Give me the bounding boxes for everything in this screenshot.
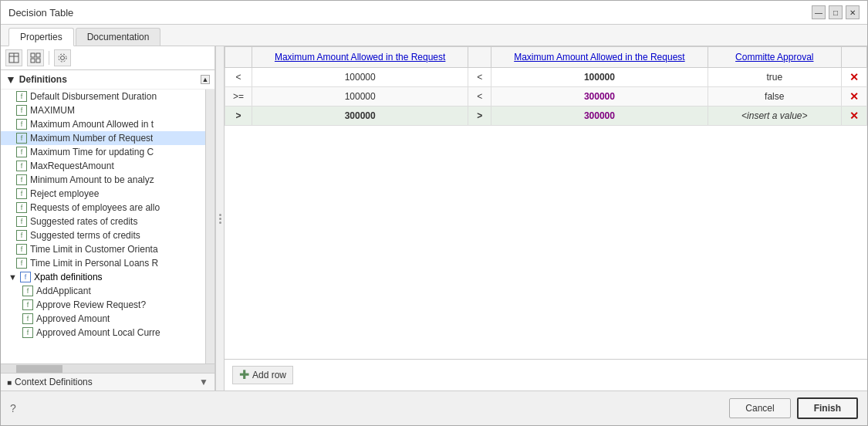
col-header-op2 — [468, 47, 491, 68]
item-label: Approved Amount Local Curre — [36, 327, 160, 338]
list-item[interactable]: f Approve Review Request? — [1, 298, 205, 312]
definition-icon: f — [16, 105, 27, 116]
svg-rect-3 — [31, 53, 35, 57]
definition-icon: f — [16, 258, 27, 269]
close-button[interactable]: ✕ — [846, 5, 860, 19]
list-item[interactable]: f Minimum Amount to be analyz — [1, 173, 205, 187]
item-label: Minimum Amount to be analyz — [30, 174, 154, 185]
definition-icon: f — [22, 327, 33, 338]
xpath-group[interactable]: ▼ f Xpath definitions — [1, 270, 205, 284]
list-item[interactable]: f Approved Amount Local Curre — [1, 326, 205, 340]
cell-val2: 100000 — [491, 68, 708, 87]
definition-icon: f — [22, 299, 33, 310]
item-label: Requests of employees are allo — [30, 202, 160, 213]
list-item[interactable]: f Maximum Number of Request — [1, 131, 205, 145]
item-label: Approved Amount — [36, 313, 110, 324]
cell-op2: > — [468, 106, 491, 126]
cell-val1: 100000 — [252, 87, 468, 106]
grid-icon-button[interactable] — [27, 49, 44, 66]
tab-properties[interactable]: Properties — [8, 28, 74, 46]
add-row-label: Add row — [252, 370, 286, 380]
cell-approval: true — [708, 68, 841, 87]
definition-icon: f — [16, 216, 27, 227]
settings-icon-button[interactable] — [54, 49, 71, 66]
gear-icon — [57, 52, 68, 63]
tab-documentation[interactable]: Documentation — [76, 28, 161, 46]
panel-splitter[interactable] — [215, 46, 225, 390]
list-item[interactable]: f AddApplicant — [1, 284, 205, 298]
delete-row-button[interactable]: ✕ — [849, 90, 859, 103]
table-icon — [8, 52, 19, 63]
list-item[interactable]: f Reject employee — [1, 187, 205, 201]
list-item[interactable]: f MaxRequestAmount — [1, 159, 205, 173]
finish-button[interactable]: Finish — [797, 397, 858, 419]
title-bar: Decision Table — □ ✕ — [1, 1, 867, 25]
add-row-button[interactable]: ✚ Add row — [232, 366, 293, 384]
decision-table: Maximum Amount Allowed in the Request Ma… — [225, 46, 867, 126]
cell-op2: < — [468, 68, 491, 87]
cell-delete: ✕ — [842, 87, 867, 106]
list-item[interactable]: f Default Disbursement Duration — [1, 90, 205, 103]
context-def-expand-icon[interactable]: ▼ — [199, 377, 208, 387]
list-item[interactable]: f Time Limit in Customer Orienta — [1, 242, 205, 256]
right-panel: Maximum Amount Allowed in the Request Ma… — [225, 46, 867, 390]
definition-icon: f — [16, 161, 27, 171]
list-item[interactable]: f Time Limit in Personal Loans R — [1, 256, 205, 270]
list-item[interactable]: f Suggested terms of credits — [1, 228, 205, 242]
list-item[interactable]: f Suggested rates of credits — [1, 215, 205, 228]
scrollbar-thumb — [16, 365, 62, 373]
item-label: Maximum Amount Allowed in t — [30, 119, 154, 130]
col-header-val1[interactable]: Maximum Amount Allowed in the Request — [252, 47, 468, 68]
col-header-link-1[interactable]: Maximum Amount Allowed in the Request — [275, 52, 445, 63]
cell-delete: ✕ — [842, 106, 867, 126]
minimize-button[interactable]: — — [812, 5, 826, 19]
xpath-group-icon: f — [20, 272, 31, 282]
delete-row-button[interactable]: ✕ — [849, 71, 859, 83]
list-item[interactable]: f MAXIMUM — [1, 103, 205, 117]
window-title: Decision Table — [8, 7, 73, 19]
window-controls: — □ ✕ — [812, 5, 860, 19]
tree-header-label: Definitions — [19, 74, 67, 85]
left-toolbar — [1, 46, 214, 70]
tree-scroll-wrapper: f Default Disbursement Duration f MAXIMU… — [1, 90, 214, 363]
list-item[interactable]: f Approved Amount — [1, 312, 205, 326]
col-header-link-3[interactable]: Committe Approval — [735, 52, 813, 63]
delete-row-button[interactable]: ✕ — [849, 110, 859, 122]
col-header-approve[interactable]: Committe Approval — [708, 47, 841, 68]
cell-approval[interactable]: <insert a value> — [708, 106, 841, 126]
definition-icon: f — [16, 133, 27, 144]
toolbar-divider — [49, 51, 49, 65]
definition-icon: f — [22, 286, 33, 296]
context-def-label: Context Definitions — [15, 377, 93, 387]
cell-val2: 300000 — [491, 87, 708, 106]
tree-collapse-icon[interactable]: ▼ — [5, 73, 16, 86]
scroll-up-button[interactable]: ▲ — [201, 75, 210, 84]
definition-icon: f — [16, 174, 27, 185]
definition-icon: f — [16, 188, 27, 199]
tree-scrollbar[interactable] — [205, 90, 214, 363]
cell-op1: < — [225, 68, 252, 87]
table-row: >= 100000 < 300000 false ✕ — [225, 87, 867, 106]
list-item[interactable]: f Maximum Amount Allowed in t — [1, 117, 205, 131]
definition-icon: f — [16, 147, 27, 157]
list-item[interactable]: f Maximum Time for updating C — [1, 145, 205, 159]
cell-approval: false — [708, 87, 841, 106]
cancel-button[interactable]: Cancel — [729, 398, 790, 418]
table-icon-button[interactable] — [5, 49, 22, 66]
svg-rect-4 — [36, 53, 40, 57]
item-label: Suggested rates of credits — [30, 216, 137, 227]
col-header-val2[interactable]: Maximum Amount Allowed in the Request — [491, 47, 708, 68]
list-item[interactable]: f Requests of employees are allo — [1, 201, 205, 215]
main-window: Decision Table — □ ✕ Properties Document… — [0, 0, 868, 426]
definition-icon: f — [16, 119, 27, 130]
help-icon[interactable]: ? — [10, 402, 16, 414]
context-definitions-bar[interactable]: ■ Context Definitions ▼ — [1, 373, 214, 390]
item-label: Approve Review Request? — [36, 299, 146, 310]
cell-op1: > — [225, 106, 252, 126]
cell-op1: >= — [225, 87, 252, 106]
svg-point-8 — [59, 54, 66, 62]
item-label: MAXIMUM — [30, 105, 75, 116]
col-header-link-2[interactable]: Maximum Amount Allowed in the Request — [514, 52, 684, 63]
maximize-button[interactable]: □ — [829, 5, 843, 19]
tree-horizontal-scrollbar[interactable] — [1, 363, 214, 373]
